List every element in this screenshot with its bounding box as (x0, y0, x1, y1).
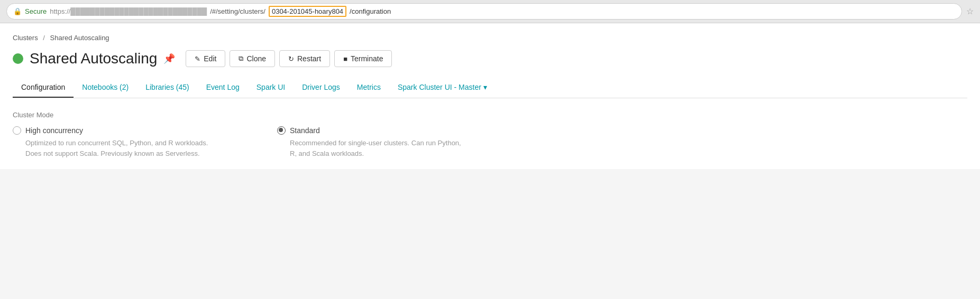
tab-event-log[interactable]: Event Log (198, 78, 248, 98)
mode-desc-high-concurrency: Optimized to run concurrent SQL, Python,… (13, 138, 277, 158)
terminate-label: Terminate (351, 54, 383, 63)
breadcrumb-root[interactable]: Clusters (13, 34, 38, 42)
browser-chrome: 🔒 Secure https://███████████████████████… (0, 0, 980, 23)
tab-driver-logs[interactable]: Driver Logs (294, 78, 349, 98)
address-bar[interactable]: 🔒 Secure https://███████████████████████… (6, 3, 962, 20)
mode-name-high-concurrency: High concurrency (25, 126, 83, 135)
restart-icon: ↻ (288, 55, 294, 63)
radio-standard[interactable] (277, 126, 286, 135)
action-buttons: ✎ Edit ⧉ Clone ↻ Restart ■ Terminate (186, 50, 392, 67)
terminate-icon: ■ (343, 55, 347, 63)
cluster-header: Shared Autoscaling 📌 ✎ Edit ⧉ Clone ↻ Re… (13, 50, 967, 67)
cluster-mode-label: Cluster Mode (13, 111, 967, 119)
cluster-modes: High concurrency Optimized to run concur… (13, 126, 967, 158)
bookmark-icon[interactable]: ☆ (966, 6, 974, 16)
tab-configuration[interactable]: Configuration (13, 78, 74, 98)
breadcrumb: Clusters / Shared Autoscaling (13, 34, 967, 42)
configuration-content: Cluster Mode High concurrency Optimized … (13, 109, 967, 161)
breadcrumb-separator: / (43, 34, 45, 42)
edit-button[interactable]: ✎ Edit (186, 50, 225, 67)
mode-name-standard: Standard (290, 126, 320, 135)
clone-label: Clone (246, 54, 266, 63)
terminate-button[interactable]: ■ Terminate (334, 50, 392, 67)
mode-radio-row-high-concurrency: High concurrency (13, 126, 277, 135)
mode-standard: Standard Recommended for single-user clu… (277, 126, 542, 158)
clone-button[interactable]: ⧉ Clone (230, 50, 275, 67)
url-cluster-id: 0304-201045-hoary804 (269, 6, 346, 17)
tabs-bar: Configuration Notebooks (2) Libraries (4… (13, 78, 967, 98)
edit-icon: ✎ (195, 55, 200, 63)
mode-radio-row-standard: Standard (277, 126, 542, 135)
url-path-post: /configuration (350, 7, 391, 15)
restart-label: Restart (297, 54, 321, 63)
tab-libraries[interactable]: Libraries (45) (137, 78, 197, 98)
cluster-name: Shared Autoscaling (30, 50, 157, 67)
url-base: https://████████████████████████████ (50, 7, 207, 15)
clone-icon: ⧉ (239, 54, 243, 63)
lock-icon: 🔒 (13, 7, 22, 15)
tab-spark-ui[interactable]: Spark UI (248, 78, 294, 98)
chevron-down-icon: ▾ (483, 83, 487, 91)
main-content: Clusters / Shared Autoscaling Shared Aut… (0, 23, 980, 169)
pin-icon[interactable]: 📌 (163, 53, 175, 64)
mode-desc-standard: Recommended for single-user clusters. Ca… (277, 138, 542, 158)
mode-high-concurrency: High concurrency Optimized to run concur… (13, 126, 277, 158)
breadcrumb-current: Shared Autoscaling (50, 34, 109, 42)
secure-label: Secure (25, 7, 47, 15)
tab-spark-cluster-ui[interactable]: Spark Cluster UI - Master ▾ (389, 78, 496, 98)
cluster-status-dot (13, 53, 23, 64)
restart-button[interactable]: ↻ Restart (279, 50, 330, 67)
edit-label: Edit (204, 54, 216, 63)
tab-notebooks[interactable]: Notebooks (2) (74, 78, 137, 98)
tab-spark-cluster-label: Spark Cluster UI - Master (398, 83, 481, 91)
url-path-pre: /#/setting/clusters/ (210, 7, 265, 15)
radio-high-concurrency[interactable] (13, 126, 21, 135)
tab-metrics[interactable]: Metrics (349, 78, 389, 98)
